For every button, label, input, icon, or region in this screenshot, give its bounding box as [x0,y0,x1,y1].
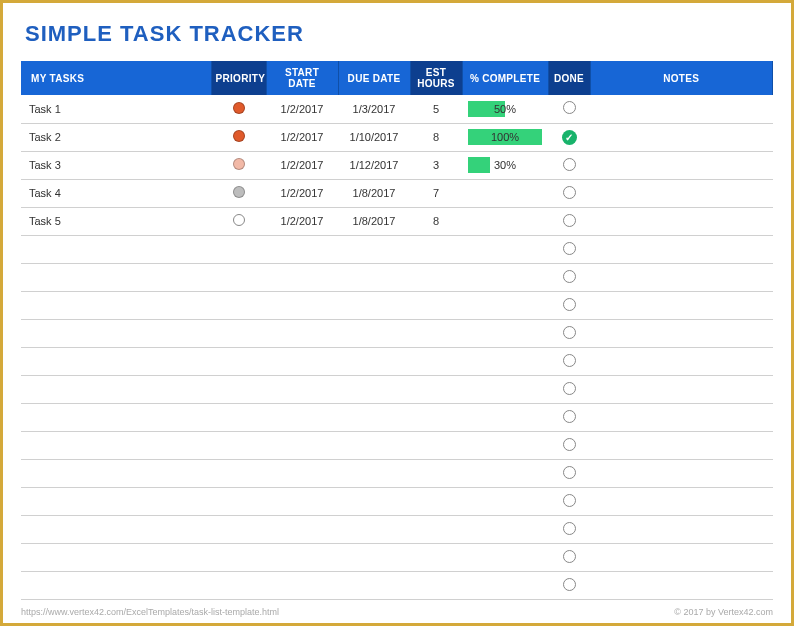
cell-task[interactable] [21,515,211,543]
cell-start-date[interactable]: 1/2/2017 [266,151,338,179]
cell-due-date[interactable] [338,487,410,515]
cell-task[interactable]: Task 1 [21,95,211,123]
cell-pct-complete[interactable]: 50% [462,95,548,123]
cell-est-hours[interactable] [410,319,462,347]
cell-done[interactable] [548,207,590,235]
cell-notes[interactable] [590,319,773,347]
cell-notes[interactable] [590,179,773,207]
cell-task[interactable] [21,431,211,459]
cell-priority[interactable] [211,487,266,515]
cell-done[interactable] [548,571,590,599]
cell-est-hours[interactable] [410,571,462,599]
cell-task[interactable] [21,347,211,375]
cell-priority[interactable] [211,543,266,571]
cell-task[interactable] [21,571,211,599]
cell-priority[interactable] [211,347,266,375]
cell-priority[interactable] [211,291,266,319]
cell-start-date[interactable] [266,347,338,375]
cell-est-hours[interactable]: 8 [410,123,462,151]
cell-start-date[interactable] [266,375,338,403]
cell-priority[interactable] [211,515,266,543]
cell-est-hours[interactable] [410,543,462,571]
cell-start-date[interactable] [266,543,338,571]
cell-pct-complete[interactable] [462,487,548,515]
cell-due-date[interactable] [338,235,410,263]
cell-priority[interactable] [211,571,266,599]
cell-notes[interactable] [590,207,773,235]
cell-notes[interactable] [590,403,773,431]
cell-due-date[interactable] [338,571,410,599]
cell-task[interactable] [21,291,211,319]
cell-est-hours[interactable] [410,403,462,431]
cell-start-date[interactable]: 1/2/2017 [266,123,338,151]
cell-est-hours[interactable]: 8 [410,207,462,235]
cell-priority[interactable] [211,95,266,123]
cell-est-hours[interactable] [410,263,462,291]
cell-due-date[interactable] [338,459,410,487]
cell-pct-complete[interactable] [462,571,548,599]
cell-task[interactable] [21,319,211,347]
cell-done[interactable] [548,347,590,375]
cell-due-date[interactable] [338,543,410,571]
cell-est-hours[interactable]: 5 [410,95,462,123]
cell-due-date[interactable]: 1/8/2017 [338,179,410,207]
cell-pct-complete[interactable] [462,235,548,263]
cell-done[interactable] [548,95,590,123]
cell-done[interactable] [548,263,590,291]
cell-notes[interactable] [590,151,773,179]
cell-task[interactable] [21,263,211,291]
cell-pct-complete[interactable] [462,403,548,431]
cell-priority[interactable] [211,319,266,347]
cell-pct-complete[interactable] [462,347,548,375]
cell-notes[interactable] [590,347,773,375]
cell-done[interactable] [548,487,590,515]
cell-start-date[interactable] [266,431,338,459]
cell-est-hours[interactable] [410,515,462,543]
cell-est-hours[interactable]: 3 [410,151,462,179]
cell-due-date[interactable] [338,291,410,319]
cell-est-hours[interactable]: 7 [410,179,462,207]
cell-priority[interactable] [211,375,266,403]
cell-done[interactable] [548,151,590,179]
cell-priority[interactable] [211,459,266,487]
cell-pct-complete[interactable] [462,543,548,571]
cell-est-hours[interactable] [410,487,462,515]
cell-due-date[interactable] [338,347,410,375]
cell-done[interactable] [548,459,590,487]
cell-notes[interactable] [590,263,773,291]
cell-start-date[interactable] [266,263,338,291]
cell-notes[interactable] [590,291,773,319]
cell-done[interactable] [548,319,590,347]
cell-priority[interactable] [211,123,266,151]
cell-notes[interactable] [590,543,773,571]
cell-due-date[interactable]: 1/8/2017 [338,207,410,235]
cell-priority[interactable] [211,179,266,207]
cell-task[interactable]: Task 5 [21,207,211,235]
cell-notes[interactable] [590,235,773,263]
cell-start-date[interactable]: 1/2/2017 [266,207,338,235]
cell-pct-complete[interactable] [462,459,548,487]
cell-due-date[interactable] [338,375,410,403]
cell-due-date[interactable]: 1/12/2017 [338,151,410,179]
cell-pct-complete[interactable] [462,291,548,319]
cell-start-date[interactable] [266,487,338,515]
cell-start-date[interactable] [266,319,338,347]
cell-done[interactable] [548,179,590,207]
cell-notes[interactable] [590,487,773,515]
cell-start-date[interactable] [266,459,338,487]
cell-est-hours[interactable] [410,347,462,375]
cell-pct-complete[interactable] [462,263,548,291]
cell-est-hours[interactable] [410,459,462,487]
cell-notes[interactable] [590,459,773,487]
cell-task[interactable] [21,235,211,263]
cell-start-date[interactable] [266,291,338,319]
cell-notes[interactable] [590,571,773,599]
cell-est-hours[interactable] [410,431,462,459]
cell-task[interactable] [21,375,211,403]
cell-pct-complete[interactable] [462,207,548,235]
cell-pct-complete[interactable]: 30% [462,151,548,179]
cell-done[interactable] [548,403,590,431]
cell-task[interactable] [21,487,211,515]
cell-notes[interactable] [590,123,773,151]
cell-task[interactable] [21,543,211,571]
